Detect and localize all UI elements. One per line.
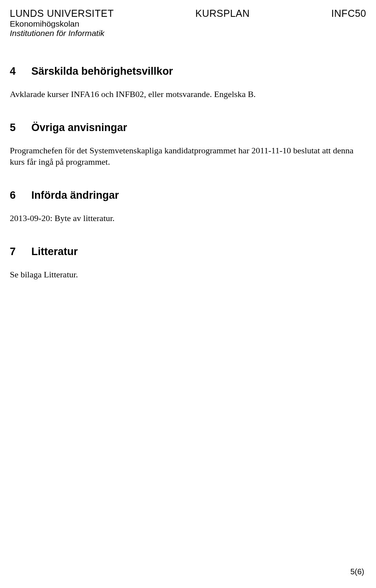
page-number: 5(6) xyxy=(350,567,364,576)
section-number: 4 xyxy=(10,65,31,77)
section-title: Särskilda behörighetsvillkor xyxy=(31,65,366,77)
section-number: 6 xyxy=(10,189,31,201)
section-title: Litteratur xyxy=(31,246,366,258)
header-left: LUNDS UNIVERSITET Ekonomihögskolan Insti… xyxy=(10,8,114,38)
section-5-heading: 5 Övriga anvisningar xyxy=(10,122,366,134)
section-number: 7 xyxy=(10,246,31,258)
school-name: Ekonomihögskolan xyxy=(10,19,114,29)
section-6-heading: 6 Införda ändringar xyxy=(10,189,366,201)
section-4-heading: 4 Särskilda behörighetsvillkor xyxy=(10,65,366,77)
university-name: LUNDS UNIVERSITET xyxy=(10,8,114,19)
document-type: KURSPLAN xyxy=(114,8,331,19)
course-code: INFC50 xyxy=(331,8,366,19)
main-content: 4 Särskilda behörighetsvillkor Avklarade… xyxy=(10,65,366,280)
section-4-body: Avklarade kurser INFA16 och INFB02, elle… xyxy=(10,88,366,100)
section-title: Övriga anvisningar xyxy=(31,122,366,134)
section-number: 5 xyxy=(10,122,31,134)
section-6-body: 2013-09-20: Byte av litteratur. xyxy=(10,212,366,224)
page-header: LUNDS UNIVERSITET Ekonomihögskolan Insti… xyxy=(10,8,366,38)
section-title: Införda ändringar xyxy=(31,189,366,201)
section-7-body: Se bilaga Litteratur. xyxy=(10,269,366,281)
header-right: INFC50 xyxy=(331,8,366,19)
section-7-heading: 7 Litteratur xyxy=(10,246,366,258)
department-name: Institutionen för Informatik xyxy=(10,29,114,38)
header-center: KURSPLAN xyxy=(114,8,331,19)
section-5-body: Programchefen för det Systemvetenskaplig… xyxy=(10,145,366,168)
